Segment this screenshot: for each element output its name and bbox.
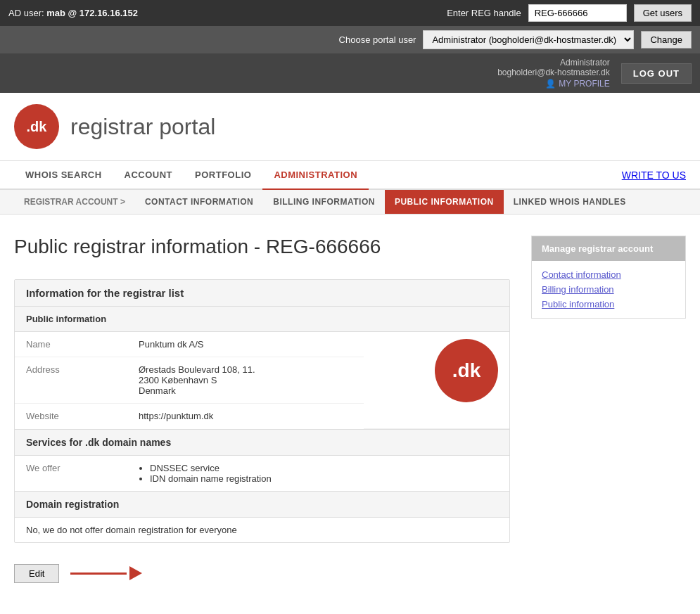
- header-row: Administrator bogholderi@dk-hostmaster.d…: [0, 53, 700, 93]
- nav-administration[interactable]: ADMINISTRATION: [262, 161, 369, 190]
- name-label: Name: [15, 332, 127, 357]
- domain-reg-value: No, we do not offer domain registration …: [15, 518, 509, 542]
- nav-whois-search[interactable]: WHOIS SEARCH: [14, 161, 113, 188]
- domain-reg-header: Domain registration: [15, 491, 509, 518]
- my-profile-label: MY PROFILE: [559, 79, 609, 89]
- address-label: Address: [15, 357, 127, 404]
- sub-nav-breadcrumb: REGISTRAR ACCOUNT >: [14, 190, 135, 214]
- services-table: We offer DNSSEC service IDN domain name …: [15, 456, 509, 491]
- change-button[interactable]: Change: [641, 31, 692, 49]
- sub-nav-linked-whois[interactable]: LINKED WHOIS HANDLES: [504, 190, 636, 214]
- service-item-1: DNSSEC service: [150, 463, 498, 473]
- admin-email: bogholderi@dk-hostmaster.dk: [497, 68, 610, 77]
- portal-user-select[interactable]: Administrator (bogholderi@dk-hostmaster.…: [423, 30, 634, 49]
- we-offer-value: DNSSEC service IDN domain name registrat…: [127, 456, 509, 491]
- edit-area: Edit: [14, 557, 510, 590]
- page-title: Public registrar information - REG-66666…: [14, 236, 510, 258]
- arrow-line: [70, 573, 127, 575]
- edit-button[interactable]: Edit: [14, 564, 59, 583]
- get-users-button[interactable]: Get users: [634, 4, 692, 22]
- ad-user-info: AD user: mab @ 172.16.16.152: [8, 8, 138, 18]
- sidebar-links: Contact information Billing information …: [532, 261, 685, 318]
- services-header: Services for .dk domain names: [15, 429, 509, 456]
- name-value: Punktum dk A/S: [127, 332, 364, 357]
- main-nav-left: WHOIS SEARCH ACCOUNT PORTFOLIO ADMINISTR…: [14, 161, 369, 188]
- ad-user-label: AD user:: [8, 8, 44, 18]
- nav-account[interactable]: ACCOUNT: [113, 161, 184, 188]
- info-section-box: Information for the registrar list Publi…: [14, 279, 510, 543]
- info-section-header: Information for the registrar list: [15, 280, 509, 307]
- dk-logo-big: .dk: [435, 339, 498, 402]
- sidebar-title: Manage registrar account: [532, 236, 685, 261]
- logout-button[interactable]: LOG OUT: [621, 63, 692, 84]
- public-info-table: Name Punktum dk A/S .dk Address Ørestads…: [15, 332, 509, 429]
- sub-nav: REGISTRAR ACCOUNT > CONTACT INFORMATION …: [0, 190, 700, 215]
- dk-logo-text: .dk: [452, 359, 481, 382]
- page-content: Public registrar information - REG-66666…: [0, 215, 700, 611]
- portal-user-label: Choose portal user: [339, 34, 416, 45]
- sub-nav-public-info[interactable]: PUBLIC INFORMATION: [385, 190, 504, 214]
- admin-name: Administrator: [497, 58, 610, 68]
- main-nav: WHOIS SEARCH ACCOUNT PORTFOLIO ADMINISTR…: [0, 161, 700, 190]
- sidebar-link-billing[interactable]: Billing information: [542, 284, 675, 295]
- arrow-right: [129, 566, 142, 580]
- sub-nav-contact-info[interactable]: CONTACT INFORMATION: [135, 190, 263, 214]
- logo-cell: .dk: [364, 332, 509, 428]
- top-bar: AD user: mab @ 172.16.16.152 Enter REG h…: [0, 0, 700, 26]
- reg-handle-input[interactable]: [528, 4, 627, 22]
- admin-info: Administrator bogholderi@dk-hostmaster.d…: [497, 58, 610, 89]
- sub-nav-billing-info[interactable]: BILLING INFORMATION: [263, 190, 385, 214]
- sidebar-link-public[interactable]: Public information: [542, 299, 675, 309]
- address-line2: 2300 København S: [139, 375, 352, 385]
- nav-write-to-us[interactable]: WRITE TO US: [622, 170, 686, 181]
- portal-user-bar: Choose portal user Administrator (boghol…: [0, 26, 700, 53]
- address-line3: Denmark: [139, 385, 352, 396]
- arrow-indicator: [70, 566, 142, 580]
- my-profile-link[interactable]: 👤 MY PROFILE: [497, 79, 610, 89]
- address-line1: Ørestads Boulevard 108, 11.: [139, 364, 352, 375]
- reg-handle-area: Enter REG handle Get users: [447, 4, 692, 22]
- table-row: We offer DNSSEC service IDN domain name …: [15, 456, 509, 491]
- sidebar: Manage registrar account Contact informa…: [531, 236, 686, 590]
- table-row: Name Punktum dk A/S .dk: [15, 332, 509, 357]
- person-icon: 👤: [545, 79, 556, 89]
- site-title: registrar portal: [70, 114, 215, 140]
- reg-handle-label: Enter REG handle: [447, 8, 521, 18]
- main-content-area: Public registrar information - REG-66666…: [14, 236, 510, 590]
- service-item-2: IDN domain name registration: [150, 473, 498, 484]
- site-header: .dk registrar portal: [0, 93, 700, 161]
- website-label: Website: [15, 404, 127, 429]
- address-value: Ørestads Boulevard 108, 11. 2300 Københa…: [127, 357, 364, 404]
- nav-portfolio[interactable]: PORTFOLIO: [184, 161, 262, 188]
- logo-text: .dk: [27, 119, 47, 135]
- we-offer-label: We offer: [15, 456, 127, 491]
- sidebar-link-contact[interactable]: Contact information: [542, 269, 675, 280]
- sidebar-box: Manage registrar account Contact informa…: [531, 236, 686, 319]
- website-value: https://punktum.dk: [127, 404, 364, 429]
- ad-user-value: mab @ 172.16.16.152: [46, 8, 138, 18]
- site-logo: .dk: [14, 104, 59, 149]
- public-info-sub-header: Public information: [15, 307, 509, 332]
